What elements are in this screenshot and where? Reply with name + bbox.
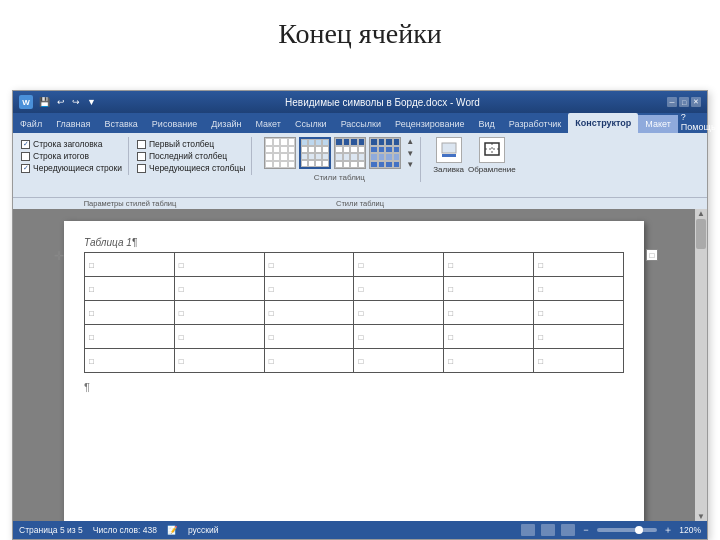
table-anchor[interactable]: □	[646, 249, 658, 261]
border-icon	[479, 137, 505, 163]
table-cell[interactable]: □	[354, 301, 444, 325]
minimize-btn[interactable]: ─	[667, 97, 677, 107]
table-cell[interactable]: □	[174, 349, 264, 373]
zoom-out-btn[interactable]: －	[581, 523, 591, 537]
cb-last-col-box[interactable]	[137, 152, 146, 161]
cb-header-row-box[interactable]	[21, 140, 30, 149]
table-cell[interactable]: □	[85, 253, 175, 277]
tab-draw[interactable]: Рисование	[145, 115, 204, 133]
word-window: W 💾 ↩ ↪ ▼ Невидимые символы в Борде.docx…	[12, 90, 708, 540]
table-cell[interactable]: □	[85, 301, 175, 325]
tab-file[interactable]: Файл	[13, 115, 49, 133]
zoom-in-btn[interactable]: ＋	[663, 523, 673, 537]
cb-banded-cols-box[interactable]	[137, 164, 146, 173]
table-cell[interactable]: □	[444, 349, 534, 373]
tab-developer[interactable]: Разработчик	[502, 115, 568, 133]
table-cell[interactable]: □	[444, 253, 534, 277]
fill-buttons: Заливка Обрамление	[433, 137, 515, 174]
tab-review[interactable]: Рецензирование	[388, 115, 472, 133]
tab-insert[interactable]: Вставка	[97, 115, 144, 133]
table-cell[interactable]: □	[85, 349, 175, 373]
cb-last-col[interactable]: Последний столбец	[137, 151, 245, 161]
cell-marker: □	[538, 333, 543, 342]
tab-design[interactable]: Дизайн	[204, 115, 248, 133]
table-style-4[interactable]	[369, 137, 401, 169]
save-quick-btn[interactable]: 💾	[37, 97, 52, 107]
table-cell[interactable]: □	[444, 277, 534, 301]
tab-constructor[interactable]: Конструктор	[568, 113, 638, 133]
help-btn[interactable]: ? Помощь	[678, 111, 719, 133]
scroll-thumb[interactable]	[696, 219, 706, 249]
table-cell[interactable]: □	[354, 277, 444, 301]
zoom-slider-thumb[interactable]	[635, 526, 643, 534]
tab-mailings[interactable]: Рассылки	[334, 115, 388, 133]
table-cell[interactable]: □	[534, 253, 624, 277]
table-cell[interactable]: □	[174, 253, 264, 277]
tab-home[interactable]: Главная	[49, 115, 97, 133]
dropdown-quick-btn[interactable]: ▼	[85, 97, 98, 107]
table-cell[interactable]: □	[264, 253, 354, 277]
table-cell[interactable]: □	[534, 325, 624, 349]
scroll-up-btn[interactable]: ▲	[695, 209, 707, 218]
table-cell[interactable]: □	[85, 277, 175, 301]
table-move-handle[interactable]: ✛	[54, 249, 64, 263]
table-cell[interactable]: □	[444, 325, 534, 349]
view-mode-print[interactable]	[521, 524, 535, 536]
scrollbar-vertical[interactable]: ▲ ▼	[695, 209, 707, 521]
ribbon-body: Строка заголовка Строка итогов Чередующи…	[13, 133, 707, 197]
cb-banded-cols[interactable]: Чередующиеся столбцы	[137, 163, 245, 173]
table-cell[interactable]: □	[264, 301, 354, 325]
cb-total-row[interactable]: Строка итогов	[21, 151, 122, 161]
cell-marker: □	[448, 309, 453, 318]
cb-banded-rows[interactable]: Чередующиеся строки	[21, 163, 122, 173]
table-cell[interactable]: □	[354, 325, 444, 349]
table-style-dark-header[interactable]	[334, 137, 366, 169]
close-btn[interactable]: ✕	[691, 97, 701, 107]
zoom-slider[interactable]	[597, 528, 657, 532]
cb-header-row[interactable]: Строка заголовка	[21, 139, 122, 149]
table-cell[interactable]: □	[534, 349, 624, 373]
status-bar: Страница 5 из 5 Число слов: 438 📝 русски…	[13, 521, 707, 539]
cb-total-row-label: Строка итогов	[33, 151, 89, 161]
tab-view[interactable]: Вид	[472, 115, 502, 133]
table-cell[interactable]: □	[264, 325, 354, 349]
table-cell[interactable]: □	[85, 325, 175, 349]
document-scroll[interactable]: ✛ Таблица 1¶ □ □ □ □ □ □	[13, 209, 695, 521]
table-style-light-header[interactable]	[299, 137, 331, 169]
styles-scroll-down[interactable]: ▼	[406, 149, 414, 158]
section-params-label: Параметры стилей таблиц	[15, 199, 245, 208]
table-cell[interactable]: □	[444, 301, 534, 325]
tab-table-layout[interactable]: Макет	[638, 115, 677, 133]
table-cell[interactable]: □	[174, 301, 264, 325]
table-cell[interactable]: □	[264, 349, 354, 373]
table-cell[interactable]: □	[534, 301, 624, 325]
styles-more[interactable]: ▼	[406, 160, 414, 169]
cb-first-col-box[interactable]	[137, 140, 146, 149]
table-cell[interactable]: □	[354, 253, 444, 277]
cell-marker: □	[269, 309, 274, 318]
restore-btn[interactable]: □	[679, 97, 689, 107]
table-cell[interactable]: □	[534, 277, 624, 301]
table-cell[interactable]: □	[354, 349, 444, 373]
cb-total-row-box[interactable]	[21, 152, 30, 161]
styles-scroll-up[interactable]: ▲	[406, 137, 414, 146]
table-cell[interactable]: □	[174, 277, 264, 301]
cell-marker: □	[179, 357, 184, 366]
cell-marker: □	[89, 309, 94, 318]
tab-references[interactable]: Ссылки	[288, 115, 334, 133]
undo-quick-btn[interactable]: ↩	[55, 97, 67, 107]
cb-first-col[interactable]: Первый столбец	[137, 139, 245, 149]
table-cell[interactable]: □	[264, 277, 354, 301]
tab-layout[interactable]: Макет	[248, 115, 287, 133]
redo-quick-btn[interactable]: ↪	[70, 97, 82, 107]
view-mode-read[interactable]	[561, 524, 575, 536]
view-mode-web[interactable]	[541, 524, 555, 536]
scroll-down-btn[interactable]: ▼	[695, 512, 707, 521]
cb-banded-rows-box[interactable]	[21, 164, 30, 173]
table-style-plain[interactable]	[264, 137, 296, 169]
checkboxes-left: Строка заголовка Строка итогов Чередующи…	[19, 137, 129, 175]
border-btn[interactable]: Обрамление	[468, 137, 516, 174]
fill-color-btn[interactable]: Заливка	[433, 137, 464, 174]
cell-marker: □	[269, 357, 274, 366]
table-cell[interactable]: □	[174, 325, 264, 349]
